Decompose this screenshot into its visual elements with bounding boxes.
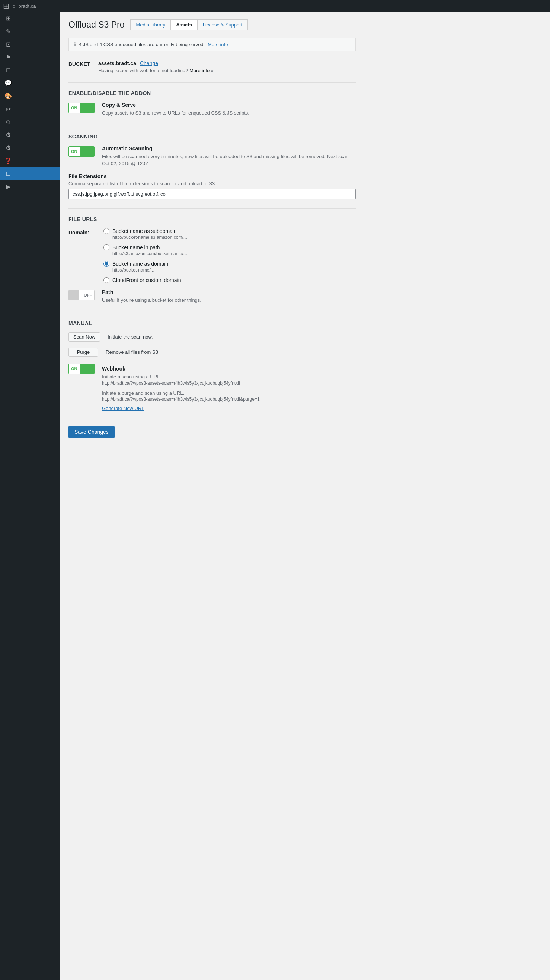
webhook-info: Webhook Initiate a scan using a URL. htt…: [102, 366, 260, 411]
manual-title: MANUAL: [69, 320, 356, 326]
sidebar-item-plugins[interactable]: ✂: [0, 103, 59, 116]
tools-icon: ⚙: [5, 131, 12, 138]
appearance-icon: 🎨: [5, 93, 12, 100]
sidebar-item-offload[interactable]: □: [0, 167, 59, 180]
bucket-note: Having issues with web fonts not loading…: [98, 68, 214, 73]
purge-button[interactable]: Purge: [69, 347, 98, 357]
sidebar-item-users[interactable]: ☺: [0, 116, 59, 128]
sidebar-item-links[interactable]: ⚑: [0, 51, 59, 64]
sidebar-item-support[interactable]: ❓: [0, 154, 59, 167]
path-toggle[interactable]: OFF: [69, 290, 94, 300]
webhook-desc: Initiate a scan using a URL.: [102, 373, 260, 380]
path-row: OFF Path Useful if you're using a bucket…: [69, 289, 356, 304]
toggle-on-label: ON: [69, 103, 80, 113]
scanning-section: SCANNING ON Automatic Scanning Files wil…: [69, 134, 356, 199]
bucket-label: BUCKET: [69, 60, 98, 67]
sidebar-item-appearance[interactable]: 🎨: [0, 90, 59, 103]
scanning-title: SCANNING: [69, 134, 356, 140]
file-urls-section: FILE URLS Domain: Bucket name as subdoma…: [69, 216, 356, 304]
sidebar-item-posts[interactable]: ✎: [0, 25, 59, 38]
info-notice: ℹ 4 JS and 4 CSS enqueued files are curr…: [69, 38, 356, 51]
copy-serve-row: ON Copy & Serve Copy assets to S3 and re…: [69, 102, 356, 117]
links-icon: ⚑: [5, 54, 12, 61]
dashboard-icon: ⊞: [5, 15, 12, 22]
tab-assets[interactable]: Assets: [171, 19, 198, 30]
webhook-row: ON Webhook Initiate a scan using a URL. …: [69, 363, 356, 411]
pages-icon: □: [5, 67, 12, 74]
sidebar-item-comments[interactable]: 💬: [0, 76, 59, 90]
auto-scan-title: Automatic Scanning: [102, 145, 356, 151]
webhook-url2: http://bradt.ca/?wpos3-assets-scan=r4h3w…: [102, 397, 260, 402]
home-icon[interactable]: ⌂: [12, 3, 15, 9]
save-changes-button[interactable]: Save Changes: [69, 426, 115, 438]
webhook-url1: http://bradt.ca/?wpos3-assets-scan=r4h3w…: [102, 380, 260, 386]
sidebar-item-dashboard[interactable]: ⊞: [0, 12, 59, 25]
copy-serve-info: Copy & Serve Copy assets to S3 and rewri…: [102, 102, 249, 117]
tab-license-support[interactable]: License & Support: [197, 19, 248, 30]
posts-icon: ✎: [5, 28, 12, 35]
toggle-slider: [80, 103, 95, 113]
notice-more-info-link[interactable]: More info: [208, 42, 228, 47]
domain-domain-label[interactable]: Bucket name as domain: [104, 261, 187, 267]
page-title: Offload S3 Pro: [69, 20, 124, 30]
sidebar-item-pages[interactable]: □: [0, 64, 59, 76]
left-sidebar: ⊞ ✎ ⊡ ⚑ □ 💬 🎨 ✂ ☺: [0, 12, 59, 980]
sidebar-item-tools[interactable]: ⚙: [0, 128, 59, 142]
scan-now-desc: Initiate the scan now.: [108, 334, 153, 340]
domain-option-domain: Bucket name as domain http://bucket-name…: [104, 261, 187, 273]
path-off-label: OFF: [79, 290, 94, 300]
domain-option-cloudfront: CloudFront or custom domain: [104, 277, 187, 283]
webhook-desc2: Initiate a purge and scan using a URL.: [102, 390, 260, 397]
domain-subdomain-radio[interactable]: [104, 228, 109, 234]
extra-icon: ▶: [5, 183, 12, 190]
sidebar-item-extra[interactable]: ▶: [0, 180, 59, 193]
bucket-change-link[interactable]: Change: [140, 60, 158, 66]
plugins-icon: ✂: [5, 106, 12, 113]
manual-section: MANUAL Scan Now Initiate the scan now. P…: [69, 320, 356, 411]
domain-cloudfront-label[interactable]: CloudFront or custom domain: [104, 277, 187, 283]
domain-subdomain-label[interactable]: Bucket name as subdomain: [104, 228, 187, 234]
tab-media-library[interactable]: Media Library: [130, 19, 171, 30]
users-icon: ☺: [5, 119, 12, 126]
media-icon: ⊡: [5, 41, 12, 48]
bucket-section: BUCKET assets.bradt.ca Change Having iss…: [69, 60, 356, 73]
copy-serve-title: Copy & Serve: [102, 102, 249, 108]
copy-serve-desc: Copy assets to S3 and rewrite URLs for e…: [102, 110, 249, 117]
auto-scan-on-label: ON: [69, 146, 80, 157]
enable-addon-title: ENABLE/DISABLE THE ADDON: [69, 90, 356, 96]
domain-path-radio[interactable]: [104, 245, 109, 250]
file-extensions-input[interactable]: [69, 189, 356, 199]
domain-domain-radio[interactable]: [104, 261, 109, 267]
purge-desc: Remove all files from S3.: [106, 349, 159, 355]
domain-domain-sublabel: http://bucket-name/...: [112, 267, 187, 273]
sidebar-item-settings[interactable]: ⚙: [0, 142, 59, 154]
webhook-title: Webhook: [102, 366, 260, 372]
auto-scan-row: ON Automatic Scanning Files will be scan…: [69, 145, 356, 167]
auto-scan-info: Automatic Scanning Files will be scanned…: [102, 145, 356, 167]
scan-now-button[interactable]: Scan Now: [69, 332, 100, 342]
domain-subdomain-sublabel: http://bucket-name.s3.amazon.com/...: [112, 235, 187, 240]
domain-cloudfront-radio[interactable]: [104, 277, 109, 283]
auto-scan-slider: [80, 146, 95, 157]
domain-path-sublabel: http://s3.amazon.com/bucket-name/...: [112, 251, 187, 256]
sidebar-item-media[interactable]: ⊡: [0, 38, 59, 51]
domain-radio-group: Bucket name as subdomain http://bucket-n…: [104, 228, 187, 283]
bucket-more-info-link[interactable]: More info: [190, 68, 209, 73]
file-extensions-label: File Extensions: [69, 173, 356, 179]
copy-serve-toggle[interactable]: ON: [69, 103, 94, 113]
path-toggle-slider: [69, 290, 79, 300]
webhook-toggle[interactable]: ON: [69, 363, 94, 374]
site-name[interactable]: bradt.ca: [18, 3, 36, 9]
domain-path-label[interactable]: Bucket name in path: [104, 245, 187, 250]
bucket-domain: assets.bradt.ca: [98, 60, 136, 66]
file-extensions-group: File Extensions Comma separated list of …: [69, 173, 356, 199]
auto-scan-desc: Files will be scanned every 5 minutes, n…: [102, 153, 356, 167]
generate-url-link[interactable]: Generate New URL: [102, 406, 260, 411]
path-title: Path: [102, 289, 201, 295]
auto-scan-toggle[interactable]: ON: [69, 146, 94, 157]
domain-section: Domain: Bucket name as subdomain http://…: [69, 228, 356, 283]
page-header: Offload S3 Pro Media Library Assets Lice…: [69, 19, 356, 30]
comments-icon: 💬: [5, 80, 12, 87]
notice-text: 4 JS and 4 CSS enqueued files are curren…: [79, 42, 205, 47]
path-info: Path Useful if you're using a bucket for…: [102, 289, 201, 304]
